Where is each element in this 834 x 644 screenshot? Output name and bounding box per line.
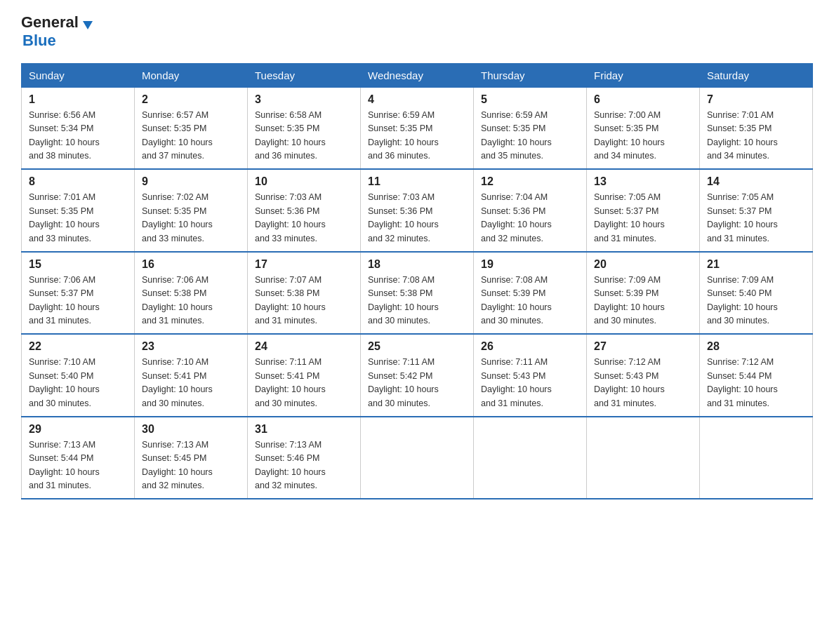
day-number: 1	[29, 93, 127, 106]
page-header: General Blue	[21, 14, 813, 49]
calendar-cell: 30 Sunrise: 7:13 AMSunset: 5:45 PMDaylig…	[135, 417, 248, 499]
calendar-cell: 1 Sunrise: 6:56 AMSunset: 5:34 PMDayligh…	[22, 87, 135, 169]
day-info: Sunrise: 7:13 AMSunset: 5:44 PMDaylight:…	[29, 438, 127, 493]
day-info: Sunrise: 6:58 AMSunset: 5:35 PMDaylight:…	[255, 109, 353, 163]
header-sunday: Sunday	[22, 63, 135, 87]
day-info: Sunrise: 7:04 AMSunset: 5:36 PMDaylight:…	[481, 191, 579, 246]
day-info: Sunrise: 7:03 AMSunset: 5:36 PMDaylight:…	[255, 191, 353, 246]
calendar-cell: 23 Sunrise: 7:10 AMSunset: 5:41 PMDaylig…	[135, 334, 248, 417]
header-thursday: Thursday	[474, 63, 587, 87]
calendar-cell: 16 Sunrise: 7:06 AMSunset: 5:38 PMDaylig…	[135, 252, 248, 335]
calendar-cell: 24 Sunrise: 7:11 AMSunset: 5:41 PMDaylig…	[248, 334, 361, 417]
day-number: 18	[368, 258, 466, 271]
day-info: Sunrise: 7:09 AMSunset: 5:39 PMDaylight:…	[594, 274, 692, 328]
calendar-cell: 20 Sunrise: 7:09 AMSunset: 5:39 PMDaylig…	[587, 252, 700, 335]
calendar-cell: 4 Sunrise: 6:59 AMSunset: 5:35 PMDayligh…	[361, 87, 474, 169]
day-info: Sunrise: 7:01 AMSunset: 5:35 PMDaylight:…	[29, 191, 127, 246]
calendar-week-5: 29 Sunrise: 7:13 AMSunset: 5:44 PMDaylig…	[22, 417, 813, 499]
day-info: Sunrise: 7:10 AMSunset: 5:40 PMDaylight:…	[29, 356, 127, 410]
calendar-week-1: 1 Sunrise: 6:56 AMSunset: 5:34 PMDayligh…	[22, 87, 813, 169]
calendar-cell: 14 Sunrise: 7:05 AMSunset: 5:37 PMDaylig…	[700, 169, 813, 252]
day-info: Sunrise: 7:13 AMSunset: 5:45 PMDaylight:…	[142, 438, 240, 493]
day-number: 13	[594, 175, 692, 188]
day-number: 9	[142, 175, 240, 188]
logo: General Blue	[21, 14, 95, 49]
calendar-cell	[474, 417, 587, 499]
day-number: 3	[255, 93, 353, 106]
day-info: Sunrise: 7:11 AMSunset: 5:41 PMDaylight:…	[255, 356, 353, 410]
day-number: 4	[368, 93, 466, 106]
header-friday: Friday	[587, 63, 700, 87]
calendar-cell: 29 Sunrise: 7:13 AMSunset: 5:44 PMDaylig…	[22, 417, 135, 499]
day-number: 23	[142, 340, 240, 353]
calendar-cell: 19 Sunrise: 7:08 AMSunset: 5:39 PMDaylig…	[474, 252, 587, 335]
calendar-header-row: SundayMondayTuesdayWednesdayThursdayFrid…	[22, 63, 813, 87]
calendar-cell	[587, 417, 700, 499]
calendar-cell: 7 Sunrise: 7:01 AMSunset: 5:35 PMDayligh…	[700, 87, 813, 169]
logo-wordmark: General Blue	[21, 14, 95, 49]
day-info: Sunrise: 7:06 AMSunset: 5:37 PMDaylight:…	[29, 274, 127, 328]
day-info: Sunrise: 7:07 AMSunset: 5:38 PMDaylight:…	[255, 274, 353, 328]
day-number: 28	[707, 340, 805, 353]
day-info: Sunrise: 7:08 AMSunset: 5:38 PMDaylight:…	[368, 274, 466, 328]
header-monday: Monday	[135, 63, 248, 87]
day-info: Sunrise: 7:05 AMSunset: 5:37 PMDaylight:…	[594, 191, 692, 246]
day-info: Sunrise: 7:11 AMSunset: 5:43 PMDaylight:…	[481, 356, 579, 410]
day-info: Sunrise: 6:59 AMSunset: 5:35 PMDaylight:…	[368, 109, 466, 163]
day-number: 25	[368, 340, 466, 353]
calendar-cell: 2 Sunrise: 6:57 AMSunset: 5:35 PMDayligh…	[135, 87, 248, 169]
day-number: 8	[29, 175, 127, 188]
day-info: Sunrise: 7:00 AMSunset: 5:35 PMDaylight:…	[594, 109, 692, 163]
calendar-week-4: 22 Sunrise: 7:10 AMSunset: 5:40 PMDaylig…	[22, 334, 813, 417]
calendar-cell: 6 Sunrise: 7:00 AMSunset: 5:35 PMDayligh…	[587, 87, 700, 169]
calendar-cell: 13 Sunrise: 7:05 AMSunset: 5:37 PMDaylig…	[587, 169, 700, 252]
day-number: 6	[594, 93, 692, 106]
calendar-cell: 27 Sunrise: 7:12 AMSunset: 5:43 PMDaylig…	[587, 334, 700, 417]
calendar-cell: 15 Sunrise: 7:06 AMSunset: 5:37 PMDaylig…	[22, 252, 135, 335]
calendar-cell: 12 Sunrise: 7:04 AMSunset: 5:36 PMDaylig…	[474, 169, 587, 252]
calendar-cell: 26 Sunrise: 7:11 AMSunset: 5:43 PMDaylig…	[474, 334, 587, 417]
day-number: 20	[594, 258, 692, 271]
header-wednesday: Wednesday	[361, 63, 474, 87]
day-info: Sunrise: 7:10 AMSunset: 5:41 PMDaylight:…	[142, 356, 240, 410]
day-info: Sunrise: 6:59 AMSunset: 5:35 PMDaylight:…	[481, 109, 579, 163]
day-info: Sunrise: 7:02 AMSunset: 5:35 PMDaylight:…	[142, 191, 240, 246]
day-info: Sunrise: 7:08 AMSunset: 5:39 PMDaylight:…	[481, 274, 579, 328]
calendar-cell: 17 Sunrise: 7:07 AMSunset: 5:38 PMDaylig…	[248, 252, 361, 335]
calendar-cell: 28 Sunrise: 7:12 AMSunset: 5:44 PMDaylig…	[700, 334, 813, 417]
day-number: 22	[29, 340, 127, 353]
day-number: 24	[255, 340, 353, 353]
day-number: 21	[707, 258, 805, 271]
day-number: 5	[481, 93, 579, 106]
day-number: 29	[29, 423, 127, 436]
day-number: 19	[481, 258, 579, 271]
logo-triangle-icon	[80, 17, 95, 32]
calendar-cell	[361, 417, 474, 499]
day-info: Sunrise: 7:11 AMSunset: 5:42 PMDaylight:…	[368, 356, 466, 410]
logo-general: General	[21, 13, 79, 31]
day-number: 16	[142, 258, 240, 271]
header-saturday: Saturday	[700, 63, 813, 87]
day-info: Sunrise: 6:57 AMSunset: 5:35 PMDaylight:…	[142, 109, 240, 163]
day-info: Sunrise: 7:06 AMSunset: 5:38 PMDaylight:…	[142, 274, 240, 328]
day-number: 11	[368, 175, 466, 188]
day-number: 30	[142, 423, 240, 436]
logo-blue: Blue	[22, 32, 56, 49]
calendar-cell: 18 Sunrise: 7:08 AMSunset: 5:38 PMDaylig…	[361, 252, 474, 335]
calendar-cell: 22 Sunrise: 7:10 AMSunset: 5:40 PMDaylig…	[22, 334, 135, 417]
calendar-cell: 11 Sunrise: 7:03 AMSunset: 5:36 PMDaylig…	[361, 169, 474, 252]
day-info: Sunrise: 7:09 AMSunset: 5:40 PMDaylight:…	[707, 274, 805, 328]
day-number: 12	[481, 175, 579, 188]
day-number: 31	[255, 423, 353, 436]
calendar-week-2: 8 Sunrise: 7:01 AMSunset: 5:35 PMDayligh…	[22, 169, 813, 252]
day-info: Sunrise: 7:01 AMSunset: 5:35 PMDaylight:…	[707, 109, 805, 163]
day-info: Sunrise: 7:13 AMSunset: 5:46 PMDaylight:…	[255, 438, 353, 493]
calendar-table: SundayMondayTuesdayWednesdayThursdayFrid…	[21, 63, 813, 500]
day-info: Sunrise: 7:05 AMSunset: 5:37 PMDaylight:…	[707, 191, 805, 246]
day-number: 17	[255, 258, 353, 271]
calendar-cell: 10 Sunrise: 7:03 AMSunset: 5:36 PMDaylig…	[248, 169, 361, 252]
calendar-cell: 25 Sunrise: 7:11 AMSunset: 5:42 PMDaylig…	[361, 334, 474, 417]
calendar-cell: 9 Sunrise: 7:02 AMSunset: 5:35 PMDayligh…	[135, 169, 248, 252]
day-number: 2	[142, 93, 240, 106]
day-number: 7	[707, 93, 805, 106]
